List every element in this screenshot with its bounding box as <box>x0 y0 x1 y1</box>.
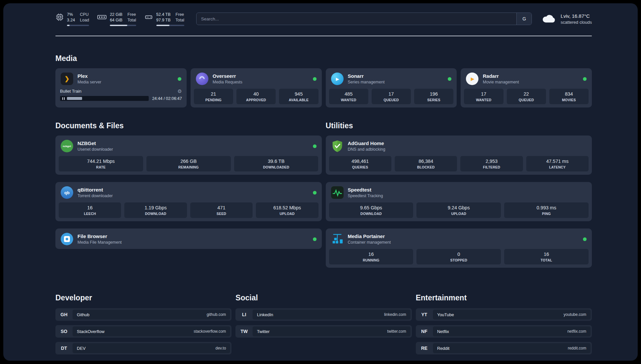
app-name: Plex <box>77 73 101 79</box>
stat-tile: 17QUEUED <box>372 89 411 104</box>
cloud-icon <box>541 13 556 25</box>
section-title-entertainment: Entertainment <box>416 293 592 302</box>
stat-tile: 39.6 TBDOWNLOADED <box>234 156 319 171</box>
stat-tile: 0STOPPED <box>416 249 501 264</box>
section-title-documents: Documents & Files <box>55 121 322 130</box>
media-grid: ❯ Plex Media server Bullet Train ⚙ <box>55 68 592 107</box>
playback-progress-bar[interactable] <box>60 96 149 101</box>
stat-tile: 17WANTED <box>464 89 503 104</box>
pause-icon[interactable] <box>62 97 65 100</box>
app-card-radarr[interactable]: ▶ Radarr Movie management 17WANTED 22QUE… <box>461 68 592 107</box>
stat-tile: 744.21 MbpsRATE <box>59 156 143 171</box>
stat-tile: 945AVAILABLE <box>279 89 318 104</box>
app-card-filebrowser[interactable]: File Browser Media File Management <box>55 228 322 249</box>
app-card-nzbget[interactable]: nzbget NZBGet Usenet downloader 744.21 M… <box>55 136 322 175</box>
cpu-metric: 7%3.24 CPULoad <box>55 12 89 26</box>
cpu-labels: CPULoad <box>80 12 89 23</box>
app-card-speedtest[interactable]: Speedtest Speedtest Tracking 9.65 GbpsDO… <box>326 182 592 221</box>
divider <box>55 36 592 36</box>
bookmark-netflix[interactable]: NF Netflix netflix.com <box>416 325 592 338</box>
stat-tile: 47.571 msLATENCY <box>526 156 589 171</box>
ram-metric: 22 GiB64 GiB FreeTotal <box>97 12 136 26</box>
status-dot <box>313 77 317 81</box>
app-name: File Browser <box>77 233 122 239</box>
stat-tile: 2,953FILTERED <box>460 156 523 171</box>
playback-time: 24:44 / 02:06:47 <box>152 96 182 101</box>
bookmark-dev[interactable]: DT DEV dev.to <box>55 342 231 354</box>
stat-tile: 1.19 GbpsDOWNLOAD <box>124 202 187 218</box>
bookmark-twitter[interactable]: TW Twitter twitter.com <box>235 325 412 338</box>
search-input[interactable] <box>197 13 517 25</box>
stat-tile: 471SEED <box>190 202 253 218</box>
stat-tile: 9.24 GbpsUPLOAD <box>416 202 501 218</box>
weather-location: Lviv, 16.87°C <box>561 13 592 19</box>
stat-tile: 16TOTAL <box>504 249 589 264</box>
cpu-usage-bar <box>67 25 89 26</box>
app-card-adguard[interactable]: AdGuard Home DNS and adblocking 498,461Q… <box>326 136 592 175</box>
status-dot <box>448 77 451 81</box>
dashboard: 7%3.24 CPULoad <box>3 3 638 361</box>
bookmark-linkedin[interactable]: LI LinkedIn linkedin.com <box>235 308 412 321</box>
speedtest-icon <box>331 186 344 199</box>
filebrowser-icon <box>61 233 73 245</box>
disk-metric: 52.4 TB97.9 TB FreeTotal <box>144 12 184 26</box>
app-subtitle: Media File Management <box>77 240 122 245</box>
stat-tile: 9.65 GbpsDOWNLOAD <box>329 202 413 218</box>
ram-icon <box>97 13 107 23</box>
adguard-icon <box>331 140 344 152</box>
weather-condition: scattered clouds <box>561 20 592 25</box>
disk-values: 52.4 TB97.9 TB <box>156 12 171 23</box>
stat-tile: 485WANTED <box>329 89 368 104</box>
app-subtitle: Media server <box>77 80 101 84</box>
status-dot <box>583 237 587 241</box>
bookmark-stackoverflow[interactable]: SO StackOverflow stackoverflow.com <box>55 325 231 338</box>
app-name: Overseerr <box>213 73 242 79</box>
plex-icon: ❯ <box>61 73 73 85</box>
bookmark-youtube[interactable]: YT YouTube youtube.com <box>416 308 592 321</box>
stat-tile: 16RUNNING <box>329 249 413 264</box>
app-card-plex[interactable]: ❯ Plex Media server Bullet Train ⚙ <box>55 68 187 107</box>
status-dot <box>178 77 181 81</box>
stat-tile: 40APPROVED <box>236 89 276 104</box>
cpu-values: 7%3.24 <box>67 12 75 23</box>
app-subtitle: Container management <box>348 240 391 245</box>
section-title-developer: Developer <box>55 293 231 302</box>
now-playing-title: Bullet Train <box>60 89 81 94</box>
bookmark-github[interactable]: GH Github github.com <box>55 308 231 321</box>
disk-usage-bar <box>156 25 184 26</box>
status-dot <box>583 77 587 81</box>
app-card-overseerr[interactable]: Overseerr Media Requests 21PENDING 40APP… <box>191 68 322 107</box>
app-card-portainer[interactable]: Media Portainer Container management 16R… <box>326 228 592 268</box>
app-name: Radarr <box>483 73 519 79</box>
section-title-media: Media <box>55 54 592 63</box>
radarr-icon: ▶ <box>466 73 478 85</box>
app-name: Sonarr <box>348 73 385 79</box>
stat-tile: 86,384BLOCKED <box>395 156 457 171</box>
qbittorrent-icon: qb <box>61 186 73 199</box>
media-player-widget: Bullet Train ⚙ 24:44 / 02:06:47 <box>55 89 187 105</box>
stat-tile: 21PENDING <box>194 89 233 104</box>
disk-icon <box>144 13 153 23</box>
stat-tile: 266 GBREMAINING <box>146 156 231 171</box>
settings-icon[interactable]: ⚙ <box>177 89 182 94</box>
stat-tile: 834MOVIES <box>549 89 589 104</box>
search-bar: G <box>196 13 532 25</box>
app-subtitle: Series management <box>348 80 385 84</box>
search-engine-button[interactable]: G <box>516 13 532 25</box>
app-subtitle: Speedtest Tracking <box>348 194 383 198</box>
app-card-sonarr[interactable]: ▶ Sonarr Series management 485WANTED 17Q… <box>326 68 457 107</box>
status-dot <box>313 144 317 148</box>
app-subtitle: Movie management <box>483 80 519 84</box>
stat-tile: 196SERIES <box>414 89 453 104</box>
stat-tile: 16LEECH <box>59 202 121 218</box>
status-dot <box>313 191 317 195</box>
app-name: Media Portainer <box>348 233 391 239</box>
stat-tile: 498,461QUERIES <box>329 156 391 171</box>
bookmark-reddit[interactable]: RE Reddit reddit.com <box>416 342 592 354</box>
app-subtitle: Usenet downloader <box>77 147 113 152</box>
app-name: Speedtest <box>348 187 383 193</box>
app-card-qbittorrent[interactable]: qb qBittorrent Torrent downloader 16LEEC… <box>55 182 322 221</box>
app-subtitle: DNS and adblocking <box>348 147 385 152</box>
status-dot <box>313 237 317 241</box>
portainer-icon <box>331 233 344 245</box>
